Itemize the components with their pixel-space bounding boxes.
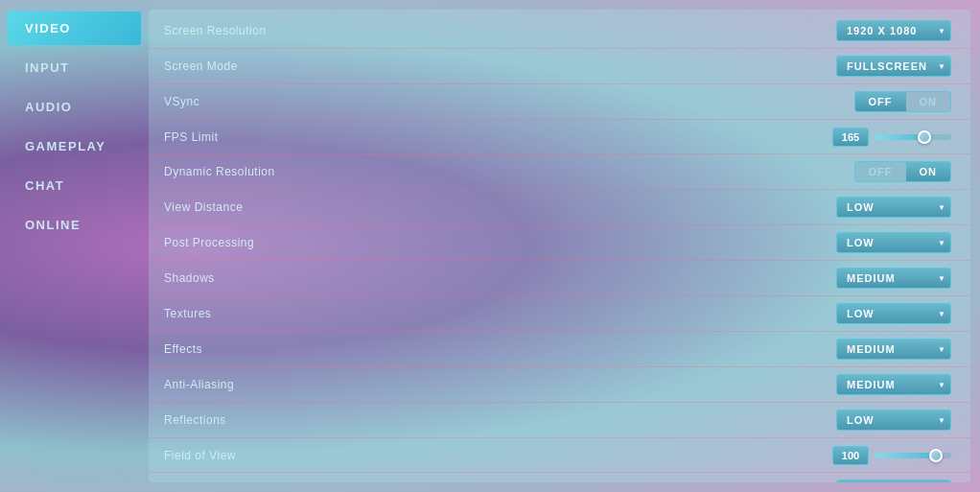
dropdown-post-processing[interactable]: LOWMEDIUMHIGHULTRA <box>836 232 951 253</box>
setting-row-fps-limit: FPS Limit165 <box>149 120 970 154</box>
sidebar-item-chat[interactable]: CHAT <box>8 169 141 202</box>
dropdown-wrapper-post-processing: LOWMEDIUMHIGHULTRA <box>836 232 951 253</box>
dropdown-portal-frame-rate-quality[interactable]: LOWMEDIUMHIGHULTRA <box>836 480 951 482</box>
setting-label-dynamic-resolution: Dynamic Resolution <box>164 165 275 178</box>
toggle-dynamic-resolution: OFFON <box>854 161 952 182</box>
slider-thumb-fps-limit[interactable] <box>918 130 931 144</box>
toggle-on-dynamic-resolution[interactable]: ON <box>906 162 951 181</box>
dropdown-textures[interactable]: LOWMEDIUMHIGHULTRA <box>836 303 951 324</box>
dropdown-wrapper-textures: LOWMEDIUMHIGHULTRA <box>836 303 951 324</box>
sidebar-item-gameplay[interactable]: GAMEPLAY <box>8 129 141 163</box>
setting-control-effects: LOWMEDIUMHIGHULTRA <box>836 339 951 360</box>
slider-thumb-field-of-view[interactable] <box>929 449 943 462</box>
sidebar-item-audio[interactable]: AUDIO <box>8 90 141 124</box>
setting-row-dynamic-resolution: Dynamic ResolutionOFFON <box>149 154 970 190</box>
dropdown-wrapper-effects: LOWMEDIUMHIGHULTRA <box>836 339 951 360</box>
setting-label-effects: Effects <box>164 342 202 356</box>
setting-row-screen-mode: Screen ModeFULLSCREENWINDOWEDBORDERLESS <box>149 49 970 84</box>
setting-row-effects: EffectsLOWMEDIUMHIGHULTRA <box>149 332 970 367</box>
setting-control-screen-mode: FULLSCREENWINDOWEDBORDERLESS <box>836 56 951 77</box>
dropdown-shadows[interactable]: LOWMEDIUMHIGHULTRA <box>836 268 951 289</box>
setting-row-portal-frame-rate-quality: Portal Frame Rate QualityLOWMEDIUMHIGHUL… <box>149 473 970 482</box>
dropdown-wrapper-reflections: LOWMEDIUMHIGHULTRA <box>836 410 951 431</box>
slider-track-fps-limit[interactable] <box>875 134 951 140</box>
setting-label-fps-limit: FPS Limit <box>164 130 219 144</box>
slider-container-field-of-view: 100 <box>832 446 951 465</box>
setting-label-anti-aliasing: Anti-Aliasing <box>164 378 234 391</box>
settings-panel: Screen Resolution1920 X 10802560 X 14401… <box>149 10 970 482</box>
setting-row-screen-resolution: Screen Resolution1920 X 10802560 X 14401… <box>149 13 970 49</box>
setting-row-anti-aliasing: Anti-AliasingLOWMEDIUMHIGHULTRA <box>149 367 970 403</box>
toggle-on-vsync[interactable]: ON <box>906 92 951 111</box>
setting-control-fps-limit: 165 <box>832 128 951 147</box>
dropdown-wrapper-view-distance: LOWMEDIUMHIGHULTRA <box>836 197 951 218</box>
dropdown-effects[interactable]: LOWMEDIUMHIGHULTRA <box>836 339 951 360</box>
sidebar-item-input[interactable]: INPUT <box>8 51 141 84</box>
setting-row-vsync: VSyncOFFON <box>149 84 970 120</box>
setting-row-shadows: ShadowsLOWMEDIUMHIGHULTRA <box>149 261 970 296</box>
setting-label-textures: Textures <box>164 307 211 320</box>
setting-label-reflections: Reflections <box>164 413 226 427</box>
setting-label-shadows: Shadows <box>164 271 215 285</box>
setting-label-screen-resolution: Screen Resolution <box>164 24 267 37</box>
setting-control-shadows: LOWMEDIUMHIGHULTRA <box>836 268 951 289</box>
dropdown-reflections[interactable]: LOWMEDIUMHIGHULTRA <box>836 410 951 431</box>
setting-label-view-distance: View Distance <box>164 200 243 214</box>
setting-row-post-processing: Post ProcessingLOWMEDIUMHIGHULTRA <box>149 225 970 261</box>
setting-control-post-processing: LOWMEDIUMHIGHULTRA <box>836 232 951 253</box>
setting-label-post-processing: Post Processing <box>164 236 254 249</box>
setting-control-reflections: LOWMEDIUMHIGHULTRA <box>836 410 951 431</box>
dropdown-anti-aliasing[interactable]: LOWMEDIUMHIGHULTRA <box>836 374 951 395</box>
sidebar-item-video[interactable]: VIDEO <box>8 12 141 45</box>
setting-row-textures: TexturesLOWMEDIUMHIGHULTRA <box>149 296 970 332</box>
dropdown-screen-mode[interactable]: FULLSCREENWINDOWEDBORDERLESS <box>836 56 951 77</box>
dropdown-view-distance[interactable]: LOWMEDIUMHIGHULTRA <box>836 197 951 218</box>
setting-control-vsync: OFFON <box>854 91 952 112</box>
dropdown-screen-resolution[interactable]: 1920 X 10802560 X 14401280 X 7201024 X 7… <box>836 20 951 41</box>
dropdown-wrapper-portal-frame-rate-quality: LOWMEDIUMHIGHULTRA <box>836 480 951 482</box>
dropdown-wrapper-screen-resolution: 1920 X 10802560 X 14401280 X 7201024 X 7… <box>836 20 951 41</box>
setting-label-screen-mode: Screen Mode <box>164 59 238 73</box>
setting-row-field-of-view: Field of View100 <box>149 438 970 473</box>
sidebar: VIDEOINPUTAUDIOGAMEPLAYCHATONLINE <box>0 0 149 492</box>
setting-label-vsync: VSync <box>164 95 199 108</box>
dropdown-wrapper-screen-mode: FULLSCREENWINDOWEDBORDERLESS <box>836 56 951 77</box>
setting-control-dynamic-resolution: OFFON <box>854 161 952 182</box>
setting-control-screen-resolution: 1920 X 10802560 X 14401280 X 7201024 X 7… <box>836 20 951 41</box>
toggle-vsync: OFFON <box>854 91 952 112</box>
toggle-off-vsync[interactable]: OFF <box>855 92 906 111</box>
setting-label-field-of-view: Field of View <box>164 449 236 462</box>
setting-row-view-distance: View DistanceLOWMEDIUMHIGHULTRA <box>149 190 970 225</box>
setting-control-textures: LOWMEDIUMHIGHULTRA <box>836 303 951 324</box>
setting-control-anti-aliasing: LOWMEDIUMHIGHULTRA <box>836 374 951 395</box>
slider-fill-field-of-view <box>875 453 936 458</box>
setting-control-portal-frame-rate-quality: LOWMEDIUMHIGHULTRA <box>836 480 951 482</box>
slider-container-fps-limit: 165 <box>832 128 951 147</box>
dropdown-wrapper-anti-aliasing: LOWMEDIUMHIGHULTRA <box>836 374 951 395</box>
setting-control-view-distance: LOWMEDIUMHIGHULTRA <box>836 197 951 218</box>
slider-track-field-of-view[interactable] <box>875 453 951 458</box>
slider-value-field-of-view: 100 <box>832 446 869 465</box>
slider-value-fps-limit: 165 <box>832 128 869 147</box>
sidebar-item-online[interactable]: ONLINE <box>8 208 141 242</box>
setting-row-reflections: ReflectionsLOWMEDIUMHIGHULTRA <box>149 403 970 438</box>
setting-control-field-of-view: 100 <box>832 446 951 465</box>
toggle-off-dynamic-resolution[interactable]: OFF <box>855 162 906 181</box>
dropdown-wrapper-shadows: LOWMEDIUMHIGHULTRA <box>836 268 951 289</box>
